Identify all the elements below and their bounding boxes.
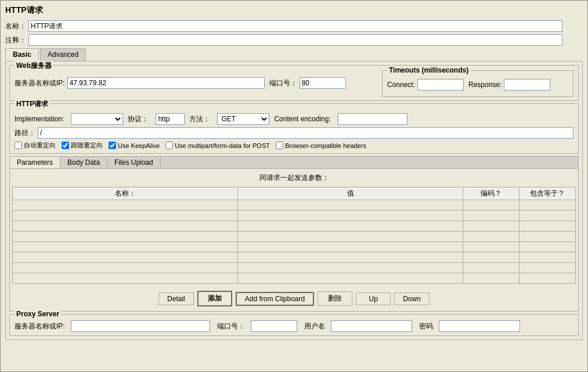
proxy-server-input[interactable]	[71, 320, 210, 332]
comment-row: 注释：	[5, 34, 583, 46]
connect-label: Connect:	[387, 81, 415, 89]
keepalive-input[interactable]	[109, 142, 116, 149]
col-header-contain: 包含等于？	[520, 187, 576, 200]
name-input[interactable]	[28, 20, 562, 32]
tab-advanced[interactable]: Advanced	[40, 48, 86, 61]
encoding-label: Content encoding:	[274, 115, 330, 123]
comment-label: 注释：	[5, 35, 26, 45]
impl-select[interactable]	[71, 113, 123, 125]
inner-tabs-wrapper: Parameters Body Data Files Upload 同请求一起发…	[9, 156, 579, 312]
follow-redirect-checkbox[interactable]: 跟随重定向	[62, 141, 103, 150]
encoding-input[interactable]	[338, 113, 407, 125]
path-label: 路径：	[15, 128, 35, 138]
auto-redirect-checkbox[interactable]: 自动重定向	[15, 141, 56, 150]
tab-content: Web服务器 服务器名称或IP: 端口号： Timeouts (millisec…	[5, 61, 583, 340]
timeouts-title: Timeouts (milliseconds)	[387, 66, 470, 74]
table-row	[13, 242, 576, 252]
impl-label: Implementation:	[15, 115, 64, 123]
window-title: HTTP请求	[5, 5, 583, 16]
col-header-value: 值	[238, 187, 463, 200]
main-tabs: Basic Advanced	[5, 48, 583, 61]
up-button[interactable]: Up	[356, 292, 391, 305]
server-input[interactable]	[67, 77, 265, 89]
browser-headers-checkbox[interactable]: Browser-compatible headers	[276, 142, 366, 149]
follow-redirect-input[interactable]	[62, 142, 69, 149]
multipart-label: Use multipart/form-data for POST	[175, 142, 270, 149]
proxy-port-input[interactable]	[251, 320, 297, 332]
web-server-section: Web服务器 服务器名称或IP: 端口号： Timeouts (millisec…	[9, 65, 579, 101]
main-window: HTTP请求 名称： 注释： Basic Advanced Web服务器 服务器…	[0, 0, 588, 372]
col-header-name: 名称：	[13, 187, 238, 200]
proxy-title: Proxy Server	[15, 310, 61, 318]
proxy-password-input[interactable]	[439, 320, 520, 332]
server-label: 服务器名称或IP:	[15, 78, 65, 88]
auto-redirect-input[interactable]	[15, 142, 22, 149]
proxy-port-label: 端口号：	[217, 322, 245, 331]
proxy-server-label: 服务器名称或IP:	[15, 322, 65, 331]
table-row	[13, 221, 576, 232]
web-server-fields: 服务器名称或IP: 端口号：	[15, 74, 377, 97]
table-row	[13, 232, 576, 242]
connect-input[interactable]	[417, 79, 464, 91]
delete-button[interactable]: 删除	[318, 291, 352, 306]
keepalive-checkbox[interactable]: Use KeepAlive	[109, 142, 160, 149]
port-input[interactable]	[300, 77, 346, 89]
timeouts-row: Connect: Response:	[387, 79, 568, 91]
table-row	[13, 200, 576, 211]
name-label: 名称：	[5, 21, 26, 31]
down-button[interactable]: Down	[394, 292, 430, 305]
follow-redirect-label: 跟随重定向	[71, 141, 103, 150]
server-row: 服务器名称或IP: 端口号：	[15, 77, 377, 89]
multipart-input[interactable]	[165, 142, 173, 149]
name-row: 名称：	[5, 20, 583, 32]
checkboxes-row: 自动重定向 跟随重定向 Use KeepAlive Use multipart/…	[15, 141, 573, 150]
protocol-label: 协议：	[128, 114, 149, 124]
tab-body-data[interactable]: Body Data	[60, 157, 107, 168]
detail-button[interactable]: Detail	[158, 292, 194, 305]
col-header-encode: 编码？	[463, 187, 520, 200]
method-label: 方法：	[189, 114, 210, 124]
add-clipboard-button[interactable]: Add from Clipboard	[236, 292, 314, 306]
add-button[interactable]: 添加	[197, 291, 232, 306]
method-select[interactable]: GET POST PUT DELETE	[217, 113, 269, 125]
tab-basic[interactable]: Basic	[5, 48, 39, 61]
method-row: Implementation: 协议： 方法： GET POST PUT DEL…	[15, 113, 573, 125]
proxy-section: Proxy Server 服务器名称或IP: 端口号： 用户名 密码	[9, 314, 579, 336]
path-input[interactable]	[38, 127, 573, 139]
auto-redirect-label: 自动重定向	[24, 141, 56, 150]
path-row: 路径：	[15, 127, 573, 139]
table-row	[13, 252, 576, 263]
comment-input[interactable]	[28, 34, 562, 46]
http-section-title: HTTP请求	[15, 99, 50, 109]
table-row	[13, 211, 576, 221]
http-request-section: HTTP请求 Implementation: 协议： 方法： GET POST …	[9, 103, 579, 154]
params-header: 同请求一起发送参数：	[12, 171, 576, 185]
keepalive-label: Use KeepAlive	[118, 142, 160, 149]
port-label: 端口号：	[269, 78, 297, 88]
proxy-password-label: 密码	[419, 322, 433, 331]
params-table: 名称： 值 编码？ 包含等于？	[12, 187, 576, 284]
tab-files-upload[interactable]: Files Upload	[107, 157, 161, 168]
web-server-title: Web服务器	[15, 61, 53, 71]
protocol-input[interactable]	[156, 113, 185, 125]
proxy-user-input[interactable]	[331, 320, 412, 332]
proxy-row: 服务器名称或IP: 端口号： 用户名 密码	[15, 320, 573, 332]
table-row	[13, 263, 576, 273]
response-input[interactable]	[504, 79, 550, 91]
browser-headers-label: Browser-compatible headers	[285, 142, 366, 149]
table-row	[13, 273, 576, 284]
multipart-checkbox[interactable]: Use multipart/form-data for POST	[165, 142, 270, 149]
tab-parameters[interactable]: Parameters	[10, 157, 60, 168]
response-label: Response:	[468, 81, 502, 89]
params-area: 同请求一起发送参数： 名称： 值 编码？ 包含等于？	[10, 169, 578, 286]
browser-headers-input[interactable]	[276, 142, 283, 149]
proxy-user-label: 用户名	[304, 322, 325, 331]
timeouts-section: Timeouts (milliseconds) Connect: Respons…	[382, 70, 573, 97]
inner-tabs-bar: Parameters Body Data Files Upload	[10, 157, 578, 169]
buttons-row: Detail 添加 Add from Clipboard 删除 Up Down	[10, 286, 578, 311]
